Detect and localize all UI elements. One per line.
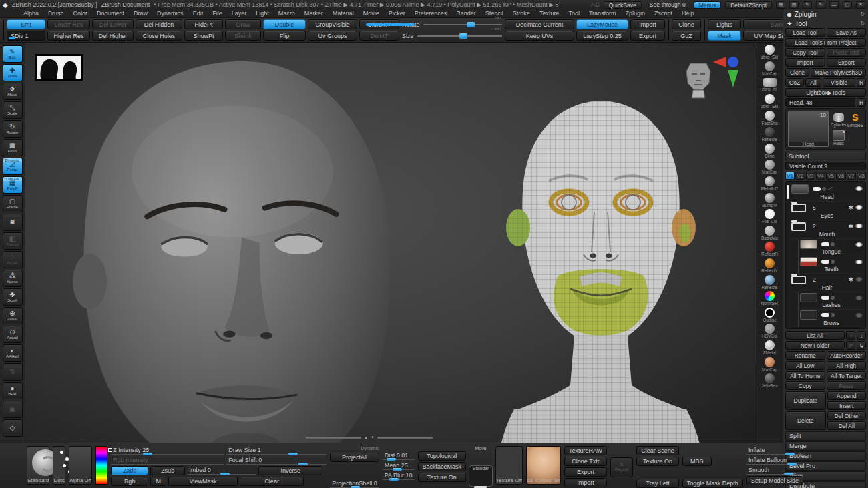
shelf-rotate[interactable]: ↻Rotate <box>3 120 23 138</box>
subtool-folder-mouth[interactable]: 2 ✱ Mouth <box>790 220 864 239</box>
material-flat-col[interactable]: Flat Col <box>757 208 783 225</box>
menu-macro[interactable]: Macro <box>274 10 300 17</box>
duplicate-button[interactable]: Duplicate <box>785 391 826 410</box>
rgb-intensity-slider[interactable]: Rgb Intensity <box>111 456 224 465</box>
refresh-icon[interactable]: ↻ <box>860 11 865 17</box>
clear-button[interactable]: Clear <box>240 477 304 486</box>
divide-button[interactable]: Divide <box>3 19 4 41</box>
copy-tool-button[interactable]: Copy Tool <box>785 48 825 57</box>
zsub-button[interactable]: Zsub <box>150 466 185 475</box>
menu-texture[interactable]: Texture <box>535 10 564 17</box>
zplugin-header[interactable]: ◆ Zplugin ↻ <box>785 9 866 19</box>
subtool-toggle-icons[interactable] <box>813 187 833 191</box>
paste-tool-button[interactable]: Paste Tool <box>827 48 867 57</box>
subtool-row-tongue[interactable]: Tongue <box>798 239 864 256</box>
texture-off-thumbnail[interactable]: Texture Off <box>495 446 523 485</box>
viewmask-button[interactable]: ViewMask <box>168 477 238 486</box>
material-zbro-mi[interactable]: zbro_mi <box>757 77 783 93</box>
menu-tool[interactable]: Tool <box>564 10 584 17</box>
texture-on-button[interactable]: Texture On <box>418 473 467 482</box>
setup-model-side-button[interactable]: Setup Model Side <box>746 476 803 485</box>
shelf-scale[interactable]: ⤡Scale <box>3 101 23 119</box>
see-through-slider[interactable]: See-through 0 <box>646 1 690 8</box>
import-texture-button[interactable]: Import <box>564 478 607 487</box>
projectall-button[interactable]: ProjectAll <box>330 453 379 462</box>
import-button[interactable]: Import <box>630 19 665 29</box>
sdiv-1-button[interactable]: SDiv 1 <box>7 31 45 41</box>
shelf-floor[interactable]: ▦Floor <box>3 139 23 156</box>
simplebrush-tool[interactable]: SSimpleB <box>847 111 863 129</box>
material-zbro-ski[interactable]: zbro_Ski <box>757 93 783 110</box>
scroll-down-icon[interactable]: ▼ <box>371 435 375 439</box>
inverse-button[interactable]: Inverse <box>258 466 322 475</box>
scroll-up-icon[interactable]: ▲ <box>364 435 368 439</box>
material-metalicc[interactable]: MetalicC <box>757 176 783 192</box>
section-split[interactable]: Split <box>785 431 866 441</box>
delmt-button[interactable]: DelMT <box>359 31 399 41</box>
menu-transform[interactable]: Transform <box>584 10 621 17</box>
texture-on-button-2[interactable]: Texture On <box>636 457 679 466</box>
panel-left-icon[interactable]: ▤ <box>776 1 785 9</box>
list-all-button[interactable]: List All <box>785 331 845 340</box>
subtool-row-brows[interactable]: Brows <box>798 310 864 327</box>
material-reflecty[interactable]: ReflectY <box>757 258 783 274</box>
menu-marker[interactable]: Marker <box>300 10 328 17</box>
export-button[interactable]: Export <box>630 31 665 41</box>
view-tab-v1[interactable]: V1 <box>785 172 795 180</box>
alpha-picker[interactable]: Alpha Off <box>69 446 92 485</box>
material-outline[interactable]: Outline <box>757 307 783 324</box>
rotate-slider[interactable]: Rotate≡▾z <box>402 19 502 29</box>
default-zscript-button[interactable]: DefaultZScript <box>725 1 772 9</box>
load-tool-button[interactable]: Load Tool <box>785 28 825 37</box>
z-intensity-slider[interactable]: Z Intensity 25 <box>111 446 224 455</box>
zapplink-button-2[interactable]: ZAppLink◢ <box>704 19 705 41</box>
hue-bar[interactable] <box>96 447 107 484</box>
shelf-draw[interactable]: ✚Draw <box>3 64 23 81</box>
subtool-section-header[interactable]: Subtool <box>785 152 866 160</box>
menu-alpha[interactable]: Alpha <box>19 10 43 17</box>
close-holes-button[interactable]: Close Holes <box>136 31 182 41</box>
menu-draw[interactable]: Draw <box>129 10 152 17</box>
view-tab-v3[interactable]: V3 <box>806 172 815 180</box>
insert-button[interactable]: Insert <box>827 401 867 410</box>
lightbox-tools-button[interactable]: Lightbox▶Tools <box>785 88 866 97</box>
textureraw-button[interactable]: TextureRAW <box>564 446 607 455</box>
window-minimize-icon[interactable]: — <box>829 1 839 9</box>
brush-picker[interactable]: Standard <box>27 446 49 485</box>
material-zbro-ski[interactable]: zbro_Ski <box>757 44 783 61</box>
imbed-slider[interactable]: Imbed 0 <box>187 466 256 475</box>
paste-button[interactable]: Paste <box>827 381 867 390</box>
move-up-icon[interactable]: ↑ <box>846 331 855 340</box>
autoreorder-button[interactable]: AutoReorder <box>827 351 867 360</box>
brush-standar[interactable]: Standar <box>469 466 492 486</box>
backfacemask-button[interactable]: BackfaceMask <box>418 462 467 471</box>
visibility-eye-icon[interactable] <box>855 186 863 191</box>
mask-button[interactable]: Mask <box>708 31 741 41</box>
view-tab-v7[interactable]: V7 <box>847 172 856 180</box>
copy-button[interactable]: Copy <box>785 381 825 390</box>
gear-icon[interactable]: ✱ <box>848 276 853 283</box>
subtool-row-head[interactable]: Head <box>790 183 864 202</box>
goz-button[interactable]: GoZ <box>785 78 804 87</box>
flip-button[interactable]: Flip <box>263 31 306 41</box>
clear-scene-button[interactable]: Clear Scene <box>636 446 679 455</box>
shelf-edit[interactable]: ✎Edit <box>3 45 23 63</box>
stroke-picker[interactable]: Dots <box>53 446 65 485</box>
del-other-button[interactable]: Del Other <box>827 411 867 420</box>
shelf-gizmo3d[interactable]: ◇ <box>3 419 23 437</box>
view-tab-v2[interactable]: V2 <box>795 172 805 180</box>
menu-document[interactable]: Document <box>92 10 129 17</box>
decimate-current-button[interactable]: Decimate Current <box>505 19 574 29</box>
focal-shift-slider[interactable]: Focal Shift 0 <box>226 456 327 465</box>
shelf-store[interactable]: ▣ <box>3 401 23 418</box>
subtool-folder-eyes[interactable]: 5 ✱ Eyes <box>790 202 864 220</box>
clone-txtr-button[interactable]: Clone Txtr <box>564 457 607 466</box>
move-out-icon[interactable]: ↱ <box>846 341 855 350</box>
shelf-bpr[interactable]: ●BPR <box>3 382 23 399</box>
higher-res-button[interactable]: Higher Res <box>47 31 90 41</box>
menu-zscript[interactable]: Zscript <box>650 10 677 17</box>
export-texture-button[interactable]: Export <box>564 467 607 477</box>
shelf-zoom[interactable]: ⊕Zoom <box>3 307 23 324</box>
shelf-aahalf[interactable]: ◐AAHalf <box>3 344 23 362</box>
window-restore-icon[interactable]: ▢ <box>843 1 852 9</box>
